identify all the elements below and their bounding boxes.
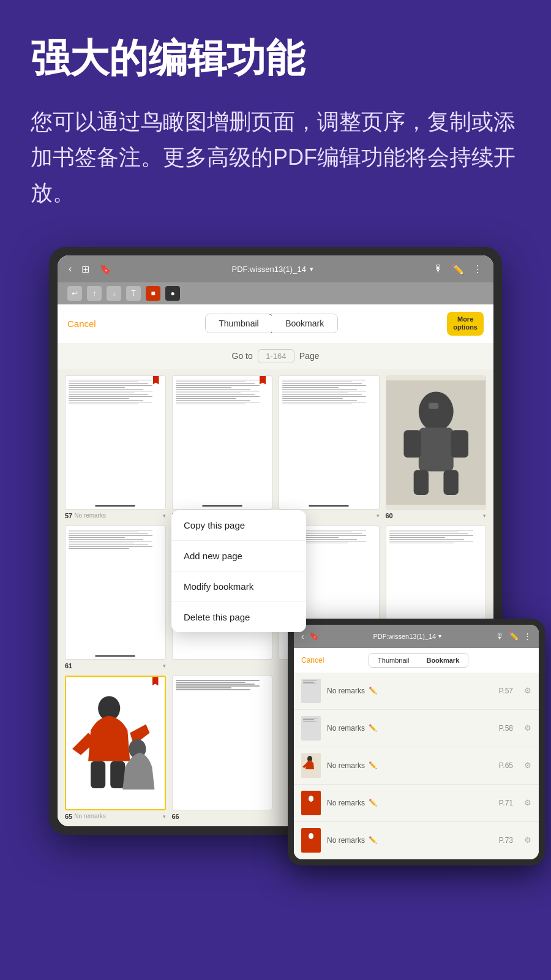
sec-pdf-title: PDF:wissen13(1)_14 [373, 633, 436, 640]
svg-point-15 [309, 796, 313, 802]
sec-dropdown-icon[interactable]: ▾ [438, 633, 441, 639]
bm-gear-58[interactable]: ⚙ [524, 723, 531, 733]
secondary-tablet: ‹ 🔖 PDF:wissen13(1)_14 ▾ 🎙 ✏️ ⋮ Cancel T… [288, 619, 545, 865]
header-left: ‹ ⊞ 🔖 [67, 262, 113, 276]
bm-text-65: No remarks [327, 761, 365, 770]
context-menu-copy[interactable]: Copy this page [171, 510, 306, 541]
sec-more-icon[interactable]: ⋮ [523, 631, 531, 641]
bookmark-item-73[interactable]: No remarks ✏️ P.73 ⚙ [294, 822, 539, 859]
sec-header-right: 🎙 ✏️ ⋮ [496, 631, 531, 641]
bm-text-73: No remarks [327, 836, 365, 845]
bm-info-57: No remarks ✏️ [327, 687, 493, 695]
thumb-page-65 [65, 676, 166, 810]
bm-page-73: P.73 [499, 836, 513, 845]
bm-info-65: No remarks ✏️ [327, 761, 493, 770]
thumb-66[interactable]: 66 [172, 676, 273, 820]
svg-rect-6 [443, 470, 458, 495]
bm-gear-65[interactable]: ⚙ [524, 761, 531, 770]
edit-icon[interactable]: ✏️ [451, 262, 465, 276]
cancel-button[interactable]: Cancel [67, 318, 96, 329]
pdf-toolbar: ↩ ↑ ↓ T ■ ● [58, 282, 493, 304]
context-menu-delete[interactable]: Delete this page [171, 602, 306, 632]
svg-rect-7 [429, 402, 438, 409]
bm-page-57: P.57 [499, 687, 513, 695]
bm-gear-71[interactable]: ⚙ [524, 798, 531, 807]
chevron-icon: ▾ [163, 513, 166, 519]
chevron-icon: ▾ [163, 813, 166, 820]
bm-thumb-73 [301, 828, 321, 853]
thumb-57[interactable]: 57 No remarks ▾ [65, 375, 166, 519]
bookmark-item-71[interactable]: No remarks ✏️ P.71 ⚙ [294, 785, 539, 822]
toolbar-up[interactable]: ↑ [87, 286, 102, 301]
thumb-61[interactable]: 61 ▾ [65, 526, 166, 669]
hero-title: 强大的编辑功能 [31, 37, 520, 80]
bm-thumb-57 [301, 679, 321, 703]
more-options-button[interactable]: Moreoptions [447, 312, 484, 335]
thumb-65[interactable]: 65 No remarks ▾ [65, 676, 166, 820]
fighter-illustration [66, 677, 165, 809]
toolbar-down[interactable]: ↓ [107, 286, 121, 301]
bm-thumb-71 [301, 791, 321, 815]
sec-mic-icon[interactable]: 🎙 [496, 631, 504, 641]
toolbar-highlight[interactable]: ■ [146, 286, 160, 301]
svg-point-1 [418, 391, 453, 431]
goto-input[interactable]: 1-164 [258, 349, 294, 363]
context-menu-add[interactable]: Add new page [171, 541, 306, 571]
bm-edit-icon-65[interactable]: ✏️ [369, 761, 377, 769]
page-label: Page [299, 351, 320, 361]
bm-gear-73[interactable]: ⚙ [524, 835, 531, 845]
bm-thumb-58 [301, 716, 321, 741]
sec-cancel-button[interactable]: Cancel [301, 656, 324, 665]
secondary-pdf-header: ‹ 🔖 PDF:wissen13(1)_14 ▾ 🎙 ✏️ ⋮ [294, 625, 539, 648]
toolbar-tool1[interactable]: T [126, 286, 141, 301]
thumb-label-61: 61 ▾ [65, 662, 166, 669]
bm-info-73: No remarks ✏️ [327, 836, 493, 845]
grid-icon[interactable]: ⊞ [80, 262, 91, 276]
svg-rect-5 [413, 470, 428, 495]
back-icon[interactable]: ‹ [67, 262, 73, 276]
sec-bookmark-icon[interactable]: 🔖 [309, 631, 319, 641]
dropdown-icon[interactable]: ▾ [310, 265, 313, 273]
goto-bar: Go to 1-164 Page [58, 343, 493, 369]
context-menu: Copy this page Add new page Modify bookm… [171, 510, 306, 632]
toolbar-undo[interactable]: ↩ [67, 286, 82, 301]
svg-rect-4 [451, 430, 468, 458]
sec-back-icon[interactable]: ‹ [301, 631, 304, 641]
thumb-58[interactable]: 58 No remarks ▾ [172, 375, 273, 519]
thumb-page-58 [172, 375, 273, 510]
tab-group: Thumbnail Bookmark [205, 314, 338, 333]
more-icon[interactable]: ⋮ [471, 262, 484, 276]
svg-rect-10 [91, 761, 105, 788]
bookmark-item-58[interactable]: No remarks ✏️ P.58 ⚙ [294, 710, 539, 747]
sec-edit-icon[interactable]: ✏️ [509, 631, 519, 641]
bm-gear-57[interactable]: ⚙ [524, 686, 531, 695]
bookmark-icon[interactable]: 🔖 [98, 262, 113, 276]
mic-icon[interactable]: 🎙 [432, 262, 444, 276]
bookmark-item-57[interactable]: No remarks ✏️ P.57 ⚙ [294, 673, 539, 710]
hero-section: 强大的编辑功能 您可以通过鸟瞰图增删页面，调整页序，复制或添加书签备注。更多高级… [0, 0, 551, 235]
thumbnail-grid-row1: 57 No remarks ▾ [58, 369, 493, 526]
thumb-60[interactable]: 60 ▾ [386, 375, 487, 519]
bm-edit-icon[interactable]: ✏️ [369, 687, 377, 695]
tab-thumbnail[interactable]: Thumbnail [205, 314, 273, 333]
bm-page-65: P.65 [499, 761, 513, 770]
bm-edit-icon-71[interactable]: ✏️ [369, 799, 377, 807]
tab-bookmark[interactable]: Bookmark [272, 314, 337, 333]
sec-tab-bookmark[interactable]: Bookmark [418, 654, 468, 667]
bookmark-item-65[interactable]: No remarks ✏️ P.65 ⚙ [294, 747, 539, 785]
svg-rect-11 [110, 761, 125, 788]
pdf-title: PDF:wissen13(1)_14 [231, 265, 305, 274]
sec-tab-thumbnail[interactable]: Thumbnail [369, 654, 418, 667]
thumb-page-60 [386, 375, 487, 510]
thumb-59[interactable]: 59 ▾ [279, 375, 380, 519]
bm-edit-icon-58[interactable]: ✏️ [369, 724, 377, 732]
toolbar-tool2[interactable]: ● [165, 286, 180, 301]
secondary-tablet-screen: ‹ 🔖 PDF:wissen13(1)_14 ▾ 🎙 ✏️ ⋮ Cancel T… [294, 625, 539, 859]
thumb-page-59 [279, 375, 380, 510]
thumb-label-65: 65 No remarks ▾ [65, 813, 166, 820]
bm-text-58: No remarks [327, 724, 365, 733]
bookmark-list: No remarks ✏️ P.57 ⚙ N [294, 673, 539, 859]
goto-label: Go to [232, 351, 253, 361]
context-menu-bookmark[interactable]: Modify bookmark [171, 571, 306, 602]
bm-edit-icon-73[interactable]: ✏️ [369, 836, 377, 844]
